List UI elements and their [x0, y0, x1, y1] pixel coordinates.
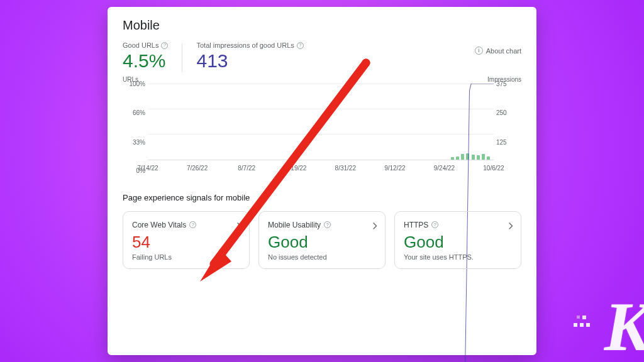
xtick: 8/7/22 — [238, 165, 255, 172]
ytick-left: 33% — [123, 138, 145, 145]
page-title: Mobile — [123, 18, 521, 33]
xtick: 10/6/22 — [483, 165, 504, 172]
card-core-web-vitals[interactable]: Core Web Vitals ? 54 Failing URLs — [123, 211, 250, 270]
about-chart-link[interactable]: i About chart — [475, 41, 521, 55]
help-icon[interactable]: ? — [431, 221, 438, 228]
impressions-value: 413 — [196, 50, 303, 72]
help-icon[interactable]: ? — [161, 42, 168, 49]
ytick-right: 250 — [496, 109, 521, 116]
impressions-stat: Total impressions of good URLs ? 413 — [196, 41, 303, 72]
chart: URLs Impressions 100% 66% 33% 0% 375 250… — [123, 84, 521, 172]
help-icon[interactable]: ? — [297, 42, 304, 49]
xtick: 8/19/22 — [286, 165, 306, 172]
card-subtext: Failing URLs — [132, 253, 240, 261]
good-urls-label: Good URLs ? — [123, 41, 168, 49]
info-icon: i — [475, 47, 483, 55]
signal-cards: Core Web Vitals ? 54 Failing URLs Mobile… — [123, 211, 521, 270]
xtick: 7/14/22 — [137, 165, 158, 172]
impressions-label-text: Total impressions of good URLs — [196, 41, 294, 49]
good-urls-label-text: Good URLs — [123, 41, 158, 49]
good-urls-value: 4.5% — [123, 50, 168, 72]
xtick: 9/24/22 — [434, 165, 455, 172]
about-chart-label: About chart — [486, 47, 521, 55]
card-mobile-usability[interactable]: Mobile Usability ? Good No issues detect… — [258, 211, 386, 270]
ytick-right: 375 — [496, 80, 521, 87]
good-urls-stat: Good URLs ? 4.5% — [123, 41, 168, 72]
x-axis-ticks: 7/14/227/26/228/7/228/19/228/31/229/12/2… — [148, 162, 494, 172]
card-title: Core Web Vitals — [132, 221, 186, 229]
ytick-left: 66% — [123, 109, 145, 116]
ytick-right: 125 — [496, 138, 521, 145]
chevron-right-icon — [373, 221, 377, 232]
help-icon[interactable]: ? — [189, 221, 196, 228]
watermark-logo: K — [604, 287, 644, 362]
xtick: 7/26/22 — [187, 165, 208, 172]
help-icon[interactable]: ? — [324, 221, 331, 228]
xtick: 9/12/22 — [384, 165, 405, 172]
card-title: HTTPS — [404, 221, 428, 229]
page-experience-panel: Mobile Good URLs ? 4.5% Total impression… — [108, 7, 536, 355]
card-value: Good — [268, 233, 376, 251]
plot-area — [148, 84, 494, 160]
chevron-right-icon — [509, 221, 513, 232]
card-title: Mobile Usability — [268, 221, 321, 229]
stat-divider — [182, 44, 182, 72]
summary-stats-row: Good URLs ? 4.5% Total impressions of go… — [123, 41, 521, 72]
card-value: 54 — [132, 233, 240, 251]
xtick: 8/31/22 — [335, 165, 356, 172]
card-subtext: Your site uses HTTPS. — [404, 253, 512, 261]
card-value: Good — [404, 233, 512, 251]
card-https[interactable]: HTTPS ? Good Your site uses HTTPS. — [394, 211, 521, 270]
card-subtext: No issues detected — [268, 253, 376, 261]
chevron-right-icon — [237, 221, 242, 232]
ytick-left: 100% — [123, 80, 145, 87]
impressions-label: Total impressions of good URLs ? — [196, 41, 303, 49]
